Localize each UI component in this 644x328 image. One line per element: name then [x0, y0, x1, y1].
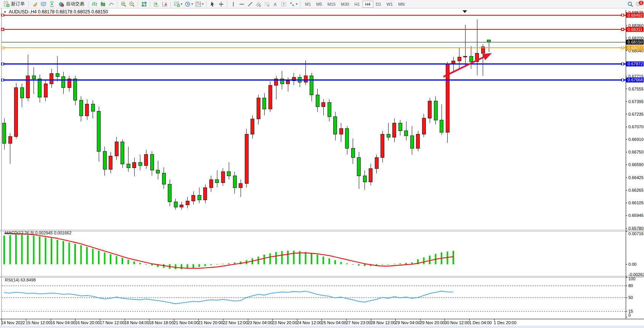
search-icon [627, 1, 633, 7]
signals-button[interactable] [48, 0, 56, 8]
text-label-button[interactable]: T [279, 0, 288, 8]
candle [56, 74, 59, 77]
timeframe-M30-button[interactable]: M30 [338, 1, 352, 8]
macd-histogram-bar [388, 264, 389, 265]
timeframe-H4-button[interactable]: H4 [363, 1, 373, 8]
chart-title-bar: ▼ AUDUSD-,H4 0.68178 0.68178 0.68025 0.6… [2, 9, 108, 15]
trend-line-button[interactable] [246, 0, 254, 8]
arrows-icon [289, 1, 295, 7]
macd-tick-label: 0.007161 [628, 231, 644, 236]
text-button[interactable]: A [271, 0, 279, 8]
chart-shift-marker[interactable] [463, 10, 467, 13]
line-handle[interactable] [622, 79, 624, 81]
zoom-out-button[interactable] [128, 0, 136, 8]
timeframe-M5-button[interactable]: M5 [313, 1, 324, 8]
notifications-button[interactable]: 1 [634, 0, 643, 8]
market-watch-button[interactable] [31, 0, 39, 8]
zoom-in-button[interactable] [119, 0, 128, 8]
candle [121, 142, 124, 164]
price-label-box [626, 78, 644, 82]
macd-histogram-bar [240, 262, 241, 264]
macd-histogram-bar [51, 238, 52, 264]
line-handle[interactable] [2, 79, 4, 81]
candle [180, 205, 183, 207]
macd-histogram-bar [204, 264, 206, 266]
candle [298, 78, 302, 82]
time-tick-label: 25 Nov 04:00 [321, 320, 346, 325]
bar-chart-button[interactable] [90, 0, 99, 8]
trend-arrow-line[interactable] [443, 56, 486, 77]
horizontal-line-button[interactable] [238, 0, 246, 8]
line-handle[interactable] [622, 63, 624, 65]
timeframe-MN-button[interactable]: MN [395, 1, 407, 8]
cursor-button[interactable] [209, 0, 217, 8]
search-button[interactable] [626, 0, 634, 8]
line-handle[interactable] [622, 28, 624, 31]
candle [393, 123, 396, 137]
time-tick-label: 29 Nov 20:00 [420, 320, 445, 325]
chart-symbol-title: AUDUSD-,H4 0.68178 0.68178 0.68025 0.681… [9, 9, 108, 15]
timeframe-W1-button[interactable]: W1 [384, 1, 396, 8]
candle [109, 156, 112, 170]
timeframe-M1-button[interactable]: M1 [302, 1, 313, 8]
candle [464, 56, 467, 57]
line-chart-button[interactable] [107, 0, 116, 8]
periods-clock-button[interactable]: ▾ [183, 0, 194, 8]
timeframe-H1-button[interactable]: H1 [352, 1, 362, 8]
macd-histogram-bar [323, 257, 324, 264]
candle [79, 100, 83, 116]
chart-shift-button[interactable] [161, 0, 169, 8]
macd-histogram-bar [329, 259, 330, 264]
trend-arrow-head[interactable] [482, 53, 492, 60]
time-tick-label: 16 Nov 20:00 [75, 320, 100, 325]
new-chart-button[interactable]: ▾ [173, 0, 183, 8]
time-tick-label: 17 Nov 12:00 [100, 320, 124, 325]
line-handle[interactable] [2, 47, 4, 49]
crosshair-button[interactable] [217, 0, 225, 8]
vertical-line-button[interactable] [229, 0, 238, 8]
line-handle[interactable] [2, 63, 4, 65]
candlestick-chart-button[interactable] [99, 0, 107, 8]
macd-histogram-bar [435, 254, 437, 264]
scroll-to-end-button[interactable] [152, 0, 161, 8]
chart-canvas: 0.685250.683600.682000.680400.677150.675… [0, 0, 644, 328]
toolbar-separator [300, 1, 301, 7]
candle [227, 172, 231, 176]
auto-trading-button[interactable]: 自动交易 [56, 0, 87, 8]
candle [369, 169, 373, 182]
fibonacci-button[interactable]: F [263, 0, 271, 8]
price-tick-label: 0.66750 [628, 150, 644, 154]
timeframe-D1-button[interactable]: D1 [373, 1, 384, 8]
candle [469, 56, 473, 61]
indicators-button[interactable]: ▾ [194, 0, 205, 8]
candle [375, 158, 378, 169]
timeframe-M15-button[interactable]: M15 [325, 1, 338, 8]
new-order-icon [3, 1, 10, 7]
equidistant-channel-icon: E [255, 1, 262, 7]
candle [150, 155, 154, 170]
candle [38, 79, 42, 97]
candle [145, 155, 148, 166]
data-window-button[interactable] [39, 0, 48, 8]
chevron-down-icon: ▾ [296, 2, 297, 6]
price-tick-label: 0.68525 [628, 10, 644, 15]
line-handle[interactable] [622, 47, 624, 49]
toolbar-separator [117, 1, 118, 7]
tile-windows-button[interactable] [140, 0, 148, 8]
macd-histogram-bar [246, 260, 247, 264]
equidistant-channel-button[interactable]: E [254, 0, 263, 8]
arrows-button[interactable]: ▾ [288, 0, 299, 8]
line-chart-icon [108, 1, 114, 7]
new-chart-icon [174, 1, 180, 7]
line-handle[interactable] [622, 14, 624, 16]
macd-label: MACD(12,26,9) 0.002945 0.001662 [5, 231, 71, 235]
price-tick-label: 0.66910 [628, 137, 644, 142]
notification-badge: 1 [639, 1, 644, 5]
candle [14, 88, 18, 137]
candle [280, 79, 284, 84]
chart-menu-icon[interactable]: ▼ [3, 10, 6, 14]
line-handle[interactable] [2, 28, 4, 31]
macd-histogram-bar [299, 251, 300, 264]
new-order-label: 新订单 [11, 1, 25, 7]
new-order-button[interactable]: 新订单 [1, 0, 27, 8]
